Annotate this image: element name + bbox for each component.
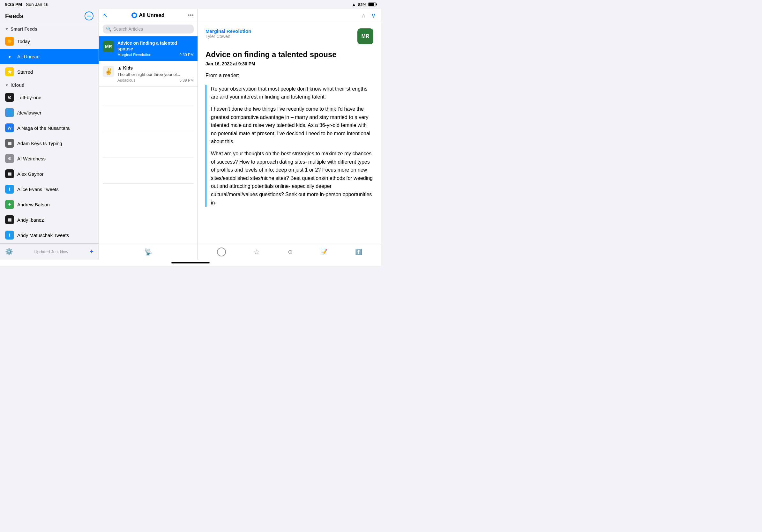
sidebar-item-label-aiweirdness: AI Weirdness <box>17 156 45 162</box>
status-bar: 9:35 PM Sun Jan 16 ▲ 82% <box>0 0 381 9</box>
search-magnifier-icon: 🔍 <box>106 27 112 32</box>
sidebar-item-label-today: Today <box>17 38 30 44</box>
article-feed-icon-2: ✌️ <box>103 66 114 77</box>
update-status-text: Updated Just Now <box>34 249 68 254</box>
sidebar-item-label-adamkeys: Adam Keys Is Typing <box>17 141 62 146</box>
sidebar-item-label-allunread: All Unread <box>17 54 39 59</box>
andymat-icon: t <box>5 231 14 239</box>
battery-icon <box>368 3 376 6</box>
icloud-label: iCloud <box>11 83 25 88</box>
reader-next-btn[interactable]: ∨ <box>371 12 376 19</box>
smart-feeds-label: Smart Feeds <box>11 27 37 32</box>
sidebar-item-label-andyib: Andy Ibanez <box>17 217 44 223</box>
reader-blockquote: Re your observation that most people don… <box>205 85 373 207</box>
battery-percent: 82% <box>358 2 366 7</box>
status-time: 9:35 PM <box>5 2 22 7</box>
sidebar-item-allunread[interactable]: ● All Unread <box>0 49 99 64</box>
article-title-2: ▲ Kids <box>117 65 194 71</box>
article-source-2: Audacious <box>117 78 135 83</box>
article-content-1: Advice on finding a talented spouse Marg… <box>117 40 194 57</box>
reader-read-icon[interactable] <box>217 247 226 256</box>
wifi-icon: ▲ <box>352 2 356 7</box>
reader-article-body: From a reader: Re your observation that … <box>205 71 373 207</box>
icloud-chevron[interactable]: ▼ <box>5 83 9 87</box>
article-list-title-row: All Unread <box>131 13 165 18</box>
sidebar-item-andymat[interactable]: t Andy Matuschak Tweets <box>0 228 99 243</box>
reader-bq-p1: Re your observation that most people don… <box>211 85 373 101</box>
back-nav-icon[interactable]: ↖ <box>103 12 108 19</box>
article-reader: ∧ ∨ Marginal Revolution Tyler Cowen MR A… <box>198 9 381 260</box>
sidebar-footer: ⚙️ Updated Just Now + <box>0 243 99 260</box>
sidebar-item-alexgaynor[interactable]: ▦ Alex Gaynor <box>0 166 99 181</box>
status-indicators: ▲ 82% <box>352 2 376 7</box>
sidebar-item-naga[interactable]: W A Naga of the Nusantara <box>0 120 99 136</box>
reader-feed-header: Marginal Revolution Tyler Cowen MR <box>205 29 373 44</box>
sidebar-item-aiweirdness[interactable]: ⊙ AI Weirdness <box>0 151 99 166</box>
rss-icon: 📡 <box>144 248 152 256</box>
sidebar-item-andyib[interactable]: ▦ Andy Ibanez <box>0 212 99 228</box>
article-time-1: 9:30 PM <box>179 53 194 57</box>
article-scroll: MR Advice on finding a talented spouse M… <box>99 36 197 244</box>
reader-feed-name: Marginal Revolution <box>205 29 251 34</box>
article-feed-icon-1: MR <box>103 41 114 52</box>
article-source-1: Marginal Revolution <box>117 53 151 57</box>
smart-feeds-chevron[interactable]: ▼ <box>5 27 9 31</box>
sidebar-item-andrew[interactable]: ✦ Andrew Batson <box>0 197 99 212</box>
andyib-icon: ▦ <box>5 215 14 224</box>
reader-share-icon[interactable]: ⬆️ <box>355 248 362 255</box>
aiweirdness-icon: ⊙ <box>5 154 14 163</box>
home-indicator <box>0 260 381 266</box>
offbyone-icon: ⊙ <box>5 93 14 102</box>
reader-article-date: Jan 16, 2022 at 9:30 PM <box>205 61 373 66</box>
sidebar-item-today[interactable]: ☀️ Today <box>0 33 99 49</box>
home-indicator-bar <box>171 262 210 263</box>
icloud-section-header: ▼ iCloud <box>0 79 99 90</box>
reader-feed-author: Tyler Cowen <box>205 34 251 39</box>
sidebar-item-label-devlawyer: /dev/lawyer <box>17 110 41 115</box>
article-title-1: Advice on finding a talented spouse <box>117 40 194 52</box>
reader-feed-logo: MR <box>357 29 373 44</box>
reader-star-icon[interactable]: ☆ <box>254 248 260 256</box>
reader-feed-info: Marginal Revolution Tyler Cowen <box>205 29 251 39</box>
sidebar-item-adamkeys[interactable]: ▦ Adam Keys Is Typing <box>0 136 99 151</box>
sidebar-item-devlawyer[interactable]: 🌐 /dev/lawyer <box>0 105 99 120</box>
sidebar-header: Feeds <box>0 9 99 23</box>
search-placeholder-text: Search Articles <box>113 27 143 32</box>
article-list-header: ↖ All Unread ••• <box>99 9 197 22</box>
reader-note-icon[interactable]: 📝 <box>320 248 327 255</box>
sidebar-item-label-andymat: Andy Matuschak Tweets <box>17 233 69 238</box>
andrew-icon: ✦ <box>5 200 14 209</box>
article-item-1[interactable]: MR Advice on finding a talented spouse M… <box>99 36 197 61</box>
article-item-2[interactable]: ✌️ ▲ Kids The other night our three year… <box>99 61 197 87</box>
article-list-more-icon[interactable]: ••• <box>188 12 194 19</box>
sidebar-item-label-naga: A Naga of the Nusantara <box>17 125 70 131</box>
search-input-container[interactable]: 🔍 Search Articles <box>103 25 194 33</box>
alexgaynor-icon: ▦ <box>5 169 14 178</box>
naga-icon: W <box>5 123 14 132</box>
sidebar-item-alice[interactable]: t Alice Evans Tweets <box>0 181 99 197</box>
article-list-footer: 📡 <box>99 244 197 260</box>
sidebar-filter-icon[interactable] <box>85 12 94 21</box>
reader-toolbar: ☆ ⊙ 📝 ⬆️ <box>198 244 381 260</box>
sidebar-item-label-offbyone: _off-by-one <box>17 95 41 100</box>
reader-intro-text: From a reader: <box>205 71 373 80</box>
reader-check-icon[interactable]: ⊙ <box>288 248 293 255</box>
sidebar-item-starred[interactable]: ★ Starred <box>0 64 99 79</box>
article-time-2: 5:39 PM <box>179 78 194 83</box>
search-bar: 🔍 Search Articles <box>99 22 197 36</box>
settings-gear-icon[interactable]: ⚙️ <box>5 248 13 255</box>
sidebar-item-label-starred: Starred <box>17 69 33 75</box>
article-meta-1: Marginal Revolution 9:30 PM <box>117 53 194 57</box>
reader-prev-btn[interactable]: ∧ <box>361 12 366 19</box>
reader-header: ∧ ∨ <box>198 9 381 22</box>
devlawyer-icon: 🌐 <box>5 108 14 117</box>
sidebar-item-label-alexgaynor: Alex Gaynor <box>17 171 44 177</box>
article-list-panel: ↖ All Unread ••• 🔍 Search Articles MR Ad… <box>99 9 198 260</box>
status-date: Sun Jan 16 <box>26 2 48 7</box>
article-preview-2: The other night our three year ol... <box>117 72 194 78</box>
sidebar-item-offbyone[interactable]: ⊙ _off-by-one <box>0 90 99 105</box>
reader-bq-p3: What are your thoughts on the best strat… <box>211 150 373 207</box>
adamkeys-icon: ▦ <box>5 139 14 148</box>
sidebar: Feeds ▼ Smart Feeds ☀️ Today ● <box>0 9 99 260</box>
add-feed-button[interactable]: + <box>89 247 94 256</box>
